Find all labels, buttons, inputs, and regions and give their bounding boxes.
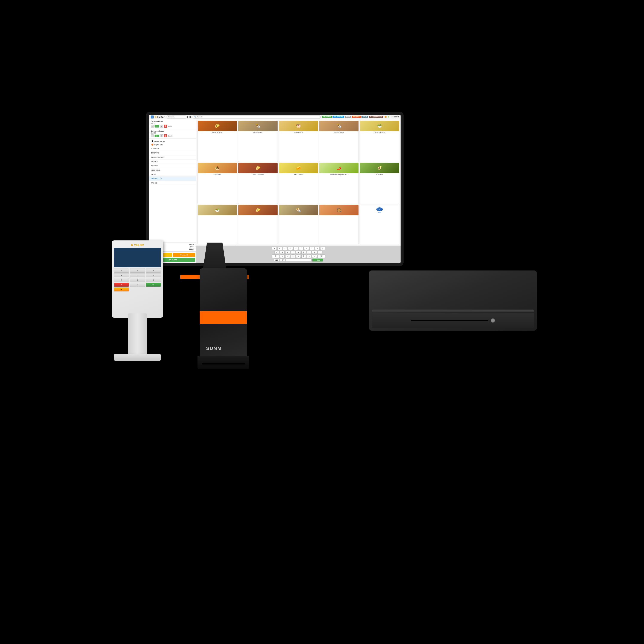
cr-key-3[interactable]: 3: [146, 269, 161, 273]
product-chicken-burrito[interactable]: 🌯 Chicken Burrito: [319, 121, 359, 162]
category-tacos[interactable]: TACOS: [149, 181, 196, 185]
cr-key-7[interactable]: 7: [114, 278, 129, 282]
key-n[interactable]: n: [307, 254, 311, 258]
product-chips-corn[interactable]: 🥗 Chips-Corn Salsa: [360, 121, 399, 162]
product-14[interactable]: 🥘: [319, 205, 359, 244]
product-12[interactable]: 🌮: [238, 205, 278, 244]
product-img-12: 🌮: [238, 205, 278, 215]
product-11[interactable]: 🥗: [197, 205, 237, 244]
discount-button[interactable]: Discount: [173, 253, 195, 257]
key-t[interactable]: t: [293, 247, 298, 250]
key-h[interactable]: h: [301, 251, 306, 254]
increment-button-2[interactable]: +: [160, 134, 163, 137]
key-x[interactable]: x: [285, 254, 290, 258]
tabs-button[interactable]: TABS: [345, 116, 351, 118]
wifi-icon: 📶: [384, 116, 387, 118]
category-sides[interactable]: SIDES: [149, 172, 196, 177]
category-drinks[interactable]: DRINKS: [149, 159, 196, 164]
enter-key[interactable]: ← Enter: [312, 258, 323, 262]
logo-text: EkiKart: [157, 116, 165, 118]
key-w[interactable]: w: [277, 247, 282, 250]
product-double-meat[interactable]: 🌮 Double meat Tacos: [238, 163, 278, 204]
return-button[interactable]: RETURN: [352, 116, 361, 118]
space-key[interactable]: [286, 258, 311, 262]
category-kids-meal[interactable]: KIDS MEAL: [149, 168, 196, 172]
backspace-key[interactable]: ⌫: [317, 254, 325, 258]
product-label-14: [319, 215, 358, 216]
cr-key-8[interactable]: 8: [130, 278, 145, 282]
key-i[interactable]: i: [310, 247, 314, 250]
search-input[interactable]: [197, 116, 214, 118]
cr-stand: [128, 313, 147, 356]
scene: ⌂ E EkiKart ▌▌▌ 🔍 NEW ITEM SALE ITEMS: [86, 86, 558, 558]
cr-key-6[interactable]: 6: [146, 273, 161, 277]
status-icons: 📶 🔋: [384, 116, 389, 118]
key-d[interactable]: d: [285, 251, 290, 254]
sale-items-button[interactable]: SALE ITEMS: [333, 116, 344, 118]
delete-button-2[interactable]: 🗑: [164, 134, 167, 137]
product-barbacoa-tacos[interactable]: 🌮 Barbacoa Tacos: [197, 121, 237, 162]
clock: 12:38 PM: [392, 116, 399, 118]
key-b[interactable]: b: [301, 254, 306, 258]
sync-button[interactable]: SYNC: [361, 116, 368, 118]
cr-key-4[interactable]: 4: [114, 273, 129, 277]
barcode-input[interactable]: [167, 115, 186, 118]
category-burrito[interactable]: BURRITO: [149, 151, 196, 155]
product-neblio[interactable]: N neblio: [360, 205, 399, 244]
cr-key-cancel[interactable]: ✕: [114, 283, 129, 287]
product-extra-grilled[interactable]: 🌶️ Extra Grilled Jalapenos and...: [319, 163, 359, 204]
product-extra-cheese[interactable]: 🧀 Extra Cheese: [279, 163, 318, 204]
product-chips-salsa[interactable]: 🧆 Chips-Salsa: [197, 163, 237, 204]
key-l[interactable]: l: [317, 251, 322, 254]
product-img-chips-corn: 🥗: [360, 121, 399, 131]
key-u[interactable]: u: [304, 247, 309, 250]
key-r[interactable]: r: [288, 247, 293, 250]
key-j[interactable]: j: [307, 251, 311, 254]
cr-key-5[interactable]: 5: [130, 273, 145, 277]
decrement-button-2[interactable]: −: [151, 134, 154, 137]
shift-key[interactable]: ⇧: [272, 254, 279, 258]
key-e[interactable]: e: [283, 247, 287, 250]
cr-key-1[interactable]: 1: [114, 269, 129, 273]
order-item-2-controls: − 1 + 🗑 $10.00: [151, 134, 194, 137]
key-c[interactable]: c: [291, 254, 295, 258]
key-v[interactable]: v: [296, 254, 301, 258]
key-m[interactable]: m: [312, 254, 317, 258]
key-y[interactable]: y: [299, 247, 304, 250]
new-item-button[interactable]: NEW ITEM: [322, 116, 332, 118]
digital-gifts-item[interactable]: 🎁 Digital Gifts: [149, 143, 196, 146]
more-options-button[interactable]: MORE OPTIONS: [369, 116, 383, 118]
favorite-item[interactable]: ♥ Favorite: [149, 146, 196, 150]
battery-icon: 🔋: [387, 116, 389, 118]
cr-key-ok[interactable]: OK: [146, 283, 161, 287]
cr-key-0[interactable]: 0: [130, 283, 145, 287]
order-item-2-subtotal: $10.00: [168, 135, 172, 137]
cr-key-yellow[interactable]: ▲: [114, 287, 129, 292]
category-taco-salad[interactable]: TACO SALAD: [149, 177, 196, 181]
product-carnita-tacos[interactable]: 🥙 Carnita Tacos: [279, 121, 318, 162]
cr-key-9[interactable]: 9: [146, 278, 161, 282]
key-k[interactable]: k: [312, 251, 317, 254]
key-a[interactable]: a: [275, 251, 279, 254]
product-carnita-burrito[interactable]: 🌯 Carnita Burrito: [238, 121, 278, 162]
mobile-topup-item[interactable]: 📱 Mobile top up: [149, 140, 196, 143]
key-o[interactable]: o: [315, 247, 320, 250]
product-13[interactable]: 🌯: [279, 205, 318, 244]
key-z[interactable]: z: [280, 254, 285, 258]
delete-button-1[interactable]: 🗑: [164, 125, 167, 128]
increment-button-1[interactable]: +: [160, 125, 163, 128]
category-extras[interactable]: EXTRAS: [149, 164, 196, 168]
search-box[interactable]: 🔍: [193, 115, 320, 118]
decrement-button-1[interactable]: −: [151, 125, 154, 128]
product-extra-guac[interactable]: 🥑 Extra-Guac: [360, 163, 399, 204]
cr-key-2[interactable]: 2: [130, 269, 145, 273]
key-g[interactable]: g: [296, 251, 301, 254]
key-123[interactable]: 123: [274, 258, 279, 262]
key-q[interactable]: q: [272, 247, 277, 250]
key-symbols[interactable]: !?#: [280, 258, 285, 262]
key-s[interactable]: s: [280, 251, 285, 254]
category-burrito-bowl[interactable]: BURRITO BOWL: [149, 155, 196, 159]
key-f[interactable]: f: [291, 251, 295, 254]
home-icon[interactable]: ⌂: [151, 115, 154, 118]
key-p[interactable]: p: [320, 247, 325, 250]
